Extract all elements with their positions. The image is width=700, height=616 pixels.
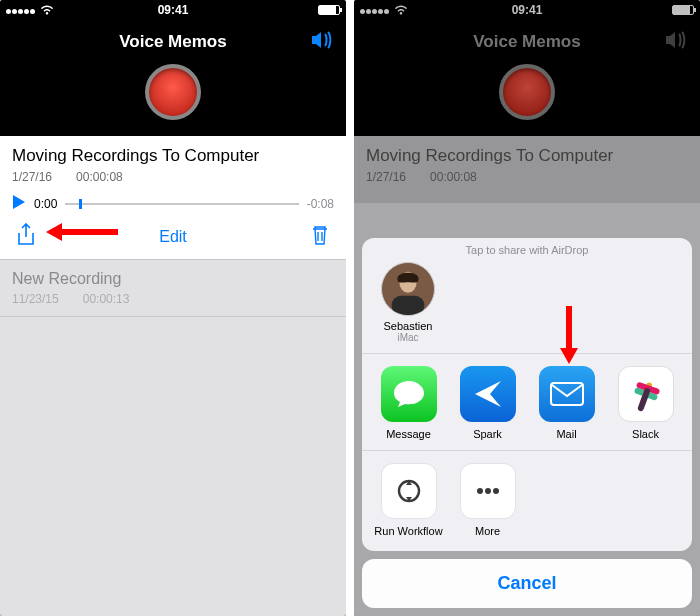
share-app-spark[interactable]: Spark: [453, 366, 522, 440]
scrubber[interactable]: [65, 203, 298, 205]
app-title: Voice Memos: [119, 32, 226, 52]
play-icon[interactable]: [12, 194, 26, 213]
share-button[interactable]: [16, 223, 36, 251]
recording-title: Moving Recordings To Computer: [12, 146, 334, 166]
annotation-arrow: [46, 223, 118, 241]
recording-duration: 00:00:08: [76, 170, 123, 184]
spark-icon: [460, 366, 516, 422]
action-run-workflow[interactable]: Run Workflow: [374, 463, 443, 537]
playback-controls: 0:00 -0:08: [12, 194, 334, 213]
delete-button[interactable]: [310, 224, 330, 250]
more-icon: [460, 463, 516, 519]
list-item[interactable]: New Recording 11/23/15 00:00:13: [0, 260, 346, 317]
share-app-mail[interactable]: Mail: [532, 366, 601, 440]
cancel-button[interactable]: Cancel: [362, 559, 692, 608]
airdrop-contact[interactable]: Sebastien iMac: [374, 262, 442, 343]
svg-point-10: [485, 488, 491, 494]
remaining-time: -0:08: [307, 197, 334, 211]
list-item-title: New Recording: [12, 270, 334, 288]
action-more[interactable]: More: [453, 463, 522, 537]
wifi-icon: [40, 5, 54, 15]
svg-rect-2: [392, 296, 425, 315]
avatar: [381, 262, 435, 316]
mail-icon: [539, 366, 595, 422]
nav-header: Voice Memos: [0, 20, 346, 64]
cell-signal-icon: [6, 3, 36, 17]
edit-button[interactable]: Edit: [159, 228, 187, 246]
phone-right: 09:41 Voice Memos Moving Recordings To C…: [354, 0, 700, 616]
contact-device: iMac: [374, 332, 442, 343]
speaker-icon[interactable]: [310, 30, 334, 54]
status-bar: 09:41: [0, 0, 346, 20]
elapsed-time: 0:00: [34, 197, 57, 211]
airdrop-hint: Tap to share with AirDrop: [362, 238, 692, 258]
share-app-slack[interactable]: Slack: [611, 366, 680, 440]
svg-rect-3: [551, 383, 583, 405]
battery-icon: [318, 5, 340, 15]
share-app-message[interactable]: Message: [374, 366, 443, 440]
record-area: [0, 64, 346, 136]
selected-recording: Moving Recordings To Computer 1/27/16 00…: [0, 136, 346, 260]
phone-left: 09:41 Voice Memos Moving Recordings To C…: [0, 0, 346, 616]
message-icon: [381, 366, 437, 422]
svg-point-9: [477, 488, 483, 494]
svg-point-11: [493, 488, 499, 494]
list-item-duration: 00:00:13: [83, 292, 130, 306]
workflow-icon: [381, 463, 437, 519]
contact-name: Sebastien: [374, 320, 442, 332]
slack-icon: [618, 366, 674, 422]
record-button[interactable]: [145, 64, 201, 120]
status-time: 09:41: [158, 3, 189, 17]
share-sheet: Tap to share with AirDrop Sebastien iMac: [362, 238, 692, 608]
annotation-arrow: [560, 306, 578, 373]
recording-date: 1/27/16: [12, 170, 52, 184]
list-item-date: 11/23/15: [12, 292, 59, 306]
